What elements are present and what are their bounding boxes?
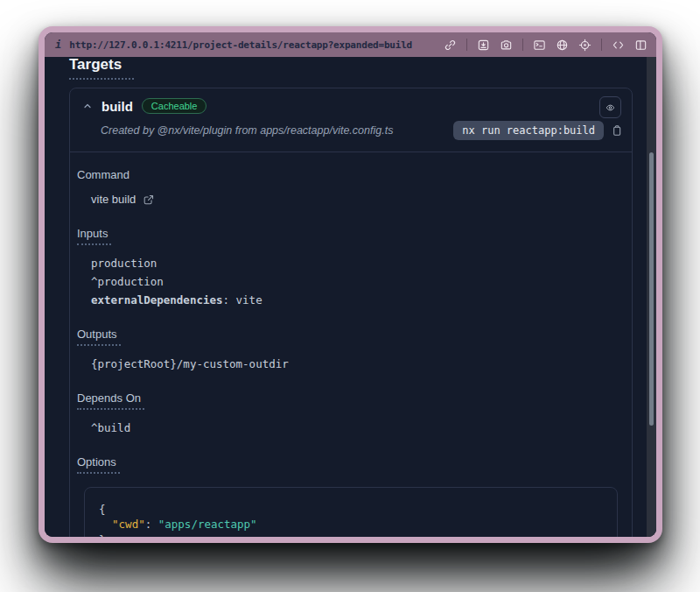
build-created-row: Created by @nx/vite/plugin from apps/rea… [70,114,632,152]
input-item: ^production [91,275,618,288]
address-bar[interactable]: http://127.0.0.1:4211/project-details/re… [69,39,412,51]
options-json-block: { "cwd": "apps/reactapp" } [84,487,618,537]
outputs-section-label: Outputs [77,328,618,346]
output-item: {projectRoot}/my-custom-outdir [91,357,618,370]
export-icon[interactable] [477,39,490,52]
browser-window: i http://127.0.0.1:4211/project-details/… [38,26,662,543]
browser-toolbar: i http://127.0.0.1:4211/project-details/… [45,32,656,57]
inputs-section-label: Inputs [77,227,618,245]
cacheable-badge: Cacheable [142,98,207,114]
command-value: vite build [91,193,618,206]
project-details-page: Targets build Cacheable [45,57,656,537]
json-line: } [99,532,605,538]
browser-window-inner: i http://127.0.0.1:4211/project-details/… [45,32,656,537]
created-by-text: Created by @nx/vite/plugin from apps/rea… [101,124,393,137]
target-icon[interactable] [578,39,592,52]
view-target-graph-button[interactable] [599,96,621,118]
info-icon: i [55,39,61,51]
scrollbar-track[interactable] [647,57,656,537]
scrollbar-thumb[interactable] [649,152,654,426]
toolbar-divider [522,39,523,51]
json-line: "cwd": "apps/reactapp" [99,517,605,532]
toolbar-divider [466,39,467,51]
command-section-label: Command [77,168,618,181]
targets-heading: Targets [69,57,134,80]
code-icon[interactable] [612,39,625,52]
run-command-pill: nx run reactapp:build [453,121,604,140]
options-section-label: Options [77,455,618,474]
target-name: build [102,99,133,114]
depends-on-item: ^build [91,421,618,434]
globe-icon[interactable] [556,39,569,52]
input-item: production [91,257,618,270]
terminal-icon[interactable] [533,39,546,52]
eye-icon [606,101,615,115]
build-card-header: build Cacheable [70,88,632,114]
input-item-named: externalDependencies: vite [91,293,618,307]
split-view-icon[interactable] [634,39,648,52]
camera-icon[interactable] [500,39,513,52]
link-icon[interactable] [444,39,457,52]
json-line: { [99,502,605,517]
target-card-build: build Cacheable Created by @nx/vite/plug… [69,88,633,537]
copy-icon[interactable] [611,124,623,137]
build-card-body: Command vite build Inputs [70,152,632,537]
external-link-icon[interactable] [143,194,155,206]
toolbar-divider [601,39,602,51]
chevron-up-icon[interactable] [82,101,93,111]
depends-on-section-label: Depends On [77,391,618,410]
